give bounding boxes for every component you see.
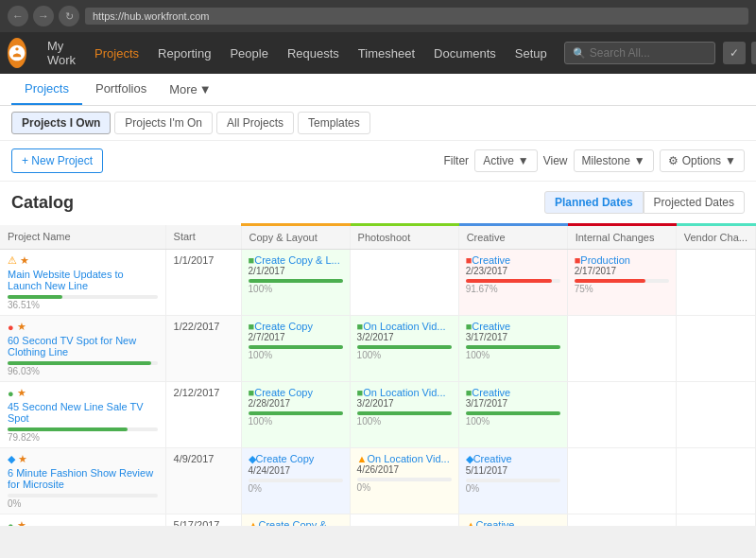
logo — [8, 38, 26, 68]
tab-portfolios[interactable]: Portfolios — [82, 74, 160, 105]
table-row: ● ★ 60 Second TV Spot for New Clothing L… — [0, 316, 756, 382]
task-date: 2/23/2017 — [466, 266, 560, 276]
task-cell: ■Create Copy & L... 2/1/2017 100% — [241, 250, 350, 316]
task-progress-label: 0% — [249, 483, 343, 494]
task-date: 2/1/2017 — [249, 266, 343, 276]
project-name-cell: ⚠ ★ Main Website Updates to Launch New L… — [0, 250, 165, 316]
sub-tabs: Projects I Own Projects I'm On All Proje… — [0, 106, 756, 141]
project-progress-label: 36.51% — [8, 300, 158, 310]
project-name-cell: ● ★ 60 Second TV Spot for New Clothing L… — [0, 316, 165, 382]
task-cell-empty — [567, 514, 676, 527]
table-row: ● ★ This Project Should be Trashed! 0% 5… — [0, 514, 756, 527]
search-box[interactable]: 🔍 — [564, 42, 715, 64]
sub-tab-projects-own[interactable]: Projects I Own — [11, 112, 111, 134]
forward-button[interactable]: → — [33, 6, 54, 26]
task-name-link[interactable]: Creative — [472, 321, 510, 332]
task-name-link[interactable]: Create Copy — [254, 387, 313, 398]
task-name-link[interactable]: On Location Vid... — [363, 321, 445, 332]
nav-my-work[interactable]: My Work — [38, 32, 85, 74]
project-progress-bar-container — [8, 427, 158, 431]
project-name-link[interactable]: Main Website Updates to Launch New Line — [8, 269, 158, 291]
project-name-link[interactable]: 45 Second New Line Sale TV Spot — [8, 401, 158, 424]
tabs-row: Projects Portfolios More ▼ — [0, 74, 756, 106]
more-button[interactable]: More ▼ — [160, 75, 221, 104]
task-cell: ■Create Copy 2/28/2017 100% — [241, 382, 350, 448]
project-start-date: 5/17/2017 — [165, 514, 241, 527]
project-name-cell: ● ★ 45 Second New Line Sale TV Spot 79.8… — [0, 382, 165, 448]
task-cell-empty — [567, 382, 676, 448]
task-progress-label: 100% — [249, 416, 343, 427]
project-icons: ◆ ★ — [8, 453, 158, 465]
task-name-link[interactable]: Creative — [476, 519, 515, 526]
nav-people[interactable]: People — [220, 32, 277, 74]
task-progress-label: 100% — [357, 416, 452, 427]
refresh-button[interactable]: ↻ — [59, 6, 79, 26]
task-date: 4/26/2017 — [357, 464, 452, 475]
task-cell: ◆Creative 5/11/2017 0% — [458, 448, 567, 514]
help-icon[interactable]: ? — [751, 42, 756, 64]
table-row: ⚠ ★ Main Website Updates to Launch New L… — [0, 250, 756, 316]
catalog-header: Catalog Planned Dates Projected Dates — [0, 182, 756, 223]
task-cell: ◆Create Copy 4/24/2017 0% — [241, 448, 350, 514]
catalog-title: Catalog — [11, 193, 74, 213]
options-button[interactable]: ⚙ Options ▼ — [660, 149, 745, 172]
task-name-link[interactable]: Create Copy — [256, 453, 315, 464]
task-cell-empty — [567, 448, 676, 514]
project-progress-bar — [8, 361, 151, 365]
th-photoshoot: Photoshoot — [350, 225, 458, 250]
task-name-link[interactable]: Creative — [473, 453, 512, 464]
view-label: View — [543, 154, 568, 167]
checkmark-icon[interactable]: ✓ — [723, 42, 746, 64]
nav-timesheet[interactable]: Timesheet — [349, 32, 424, 74]
nav-reporting[interactable]: Reporting — [148, 32, 220, 74]
projected-dates-toggle[interactable]: Projected Dates — [644, 191, 745, 214]
task-cell-empty — [676, 316, 755, 382]
back-button[interactable]: ← — [8, 6, 28, 26]
task-name-link[interactable]: Creative — [472, 387, 510, 398]
nav-setup[interactable]: Setup — [506, 32, 557, 74]
task-date: 3/17/2017 — [466, 398, 560, 409]
task-name-link[interactable]: Create Copy & L... — [254, 254, 340, 266]
sub-tab-all-projects[interactable]: All Projects — [216, 112, 294, 134]
task-name-link[interactable]: On Location Vid... — [367, 453, 449, 464]
nav-projects[interactable]: Projects — [85, 32, 148, 74]
task-cell: ■Creative 3/17/2017 100% — [458, 316, 567, 382]
th-internal-changes: Internal Changes — [567, 225, 676, 250]
task-cell-empty — [350, 250, 458, 316]
task-cell: ■On Location Vid... 3/2/2017 100% — [350, 382, 458, 448]
url-bar[interactable]: https://hub.workfront.com — [85, 8, 748, 25]
milestone-filter[interactable]: Milestone ▼ — [574, 149, 654, 172]
nav-documents[interactable]: Documents — [424, 32, 506, 74]
task-name-link[interactable]: On Location Vid... — [363, 387, 445, 398]
project-name-link[interactable]: 6 Minute Fashion Show Review for Microsi… — [8, 467, 158, 490]
task-progress-label: 100% — [357, 350, 452, 360]
planned-dates-toggle[interactable]: Planned Dates — [544, 191, 644, 214]
main-content: Projects Portfolios More ▼ Projects I Ow… — [0, 74, 756, 526]
date-toggles: Planned Dates Projected Dates — [544, 191, 745, 214]
project-icons: ● ★ — [8, 519, 158, 526]
sub-tab-templates[interactable]: Templates — [298, 112, 370, 134]
task-name-link[interactable]: Creative — [472, 254, 510, 266]
task-progress-label: 91.67% — [466, 284, 560, 294]
task-progress-label: 75% — [575, 284, 669, 294]
nav-icons: ✓ ? ★ 7 👤 — [723, 42, 756, 64]
task-name-link[interactable]: Production — [580, 254, 630, 266]
search-input[interactable] — [590, 46, 703, 60]
nav-requests[interactable]: Requests — [278, 32, 349, 74]
project-start-date: 1/22/2017 — [165, 316, 241, 382]
task-progress-label: 100% — [249, 284, 343, 294]
project-progress-label: 96.03% — [8, 366, 158, 376]
toolbar: + New Project Filter Active ▼ View Miles… — [0, 141, 756, 182]
task-progress-label: 100% — [466, 350, 560, 360]
task-name-link[interactable]: Create Copy & L... — [249, 519, 327, 526]
task-cell: ■On Location Vid... 3/2/2017 100% — [350, 316, 458, 382]
project-progress-bar-container — [8, 361, 158, 365]
task-name-link[interactable]: Create Copy — [254, 321, 313, 332]
new-project-button[interactable]: + New Project — [11, 148, 103, 173]
project-name-link[interactable]: 60 Second TV Spot for New Clothing Line — [8, 335, 158, 357]
sub-tab-projects-on[interactable]: Projects I'm On — [114, 112, 213, 134]
task-progress-label: 0% — [357, 482, 452, 493]
th-vendor-changes: Vendor Cha... — [676, 225, 755, 250]
active-filter[interactable]: Active ▼ — [474, 149, 538, 172]
tab-projects[interactable]: Projects — [11, 74, 82, 105]
